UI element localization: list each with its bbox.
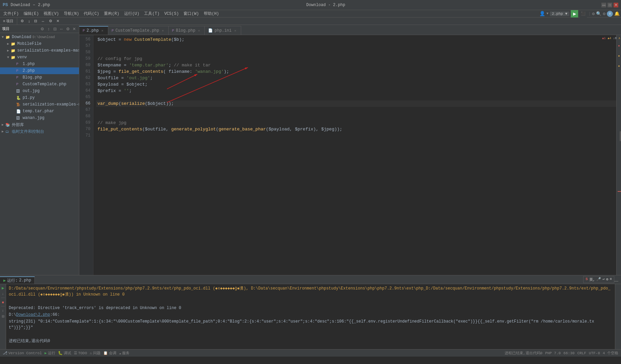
debug-button[interactable]: ⬛ — [580, 10, 587, 18]
run-scroll-btn[interactable]: ↕ — [1, 308, 5, 313]
status-indent[interactable]: 4 个空格 — [603, 351, 618, 356]
editor-area: P 2.php ✕ P CustomTemplate.php ✕ P Blog.… — [79, 25, 621, 275]
status-review[interactable]: 📋 会调 — [103, 351, 116, 356]
close-panel-btn[interactable]: ✕ — [55, 19, 61, 24]
tab-close-btn[interactable]: ✕ — [161, 29, 165, 33]
tab-close-btn[interactable]: ✕ — [233, 29, 237, 33]
run-button[interactable]: ▶ — [571, 10, 578, 18]
tree-item-zip[interactable]: 🗜 serialization-examples-master.zip — [0, 101, 79, 108]
status-services[interactable]: ☁ 服务 — [119, 351, 130, 356]
status-run[interactable]: ▶ 运行 — [45, 351, 55, 356]
status-php-label: PHP 7.0 — [545, 351, 561, 355]
sidebar-sort-btn[interactable]: ↕ — [46, 26, 51, 32]
menu-help[interactable]: 帮助(H) — [202, 10, 221, 17]
sort-btn[interactable]: ↕ — [26, 19, 32, 24]
status-php[interactable]: PHP 7.0 — [545, 351, 561, 355]
status-linecol[interactable]: 66:30 — [563, 351, 574, 355]
libs-icon: 📚 — [5, 123, 11, 127]
menu-tools[interactable]: 工具(T) — [142, 10, 162, 17]
line-56: 56 — [79, 36, 93, 43]
tab-customtemplate[interactable]: P CustomTemplate.php ✕ — [108, 26, 169, 35]
minimize-panel-btn[interactable]: — — [614, 278, 619, 284]
run-play-btn[interactable]: ▶ — [1, 285, 5, 290]
tree-item-2php[interactable]: P 2.php — [0, 67, 79, 74]
tree-root[interactable]: ▼ 📁 Download D:\Download — [0, 34, 79, 40]
sidebar-title: 项目 — [2, 26, 9, 31]
expand-btn[interactable]: ↔ — [39, 19, 47, 24]
file-icon: 📄 — [16, 109, 22, 114]
toolbar-icon-1[interactable]: ⚙ — [592, 11, 595, 17]
filter-btn[interactable]: ⊟ — [32, 19, 39, 24]
tab-blog[interactable]: P Blog.php ✕ — [169, 26, 205, 35]
output-link[interactable]: Download\2.php — [16, 312, 50, 318]
item-label: 临时文件和控制台 — [12, 129, 44, 134]
tab-close-btn[interactable]: ✕ — [101, 29, 105, 33]
sidebar-expand-btn[interactable]: ↔ — [59, 26, 64, 32]
run-right-buttons: S 英, 🎤 ↩ ⚙ ≡ — [615, 284, 621, 285]
menu-vcs[interactable]: VCS(S) — [162, 11, 181, 17]
item-label: p1.py — [23, 95, 35, 100]
scrollbar-thumb[interactable] — [620, 131, 621, 141]
close-button[interactable]: ✕ — [614, 3, 618, 7]
tree-item-wananjpg[interactable]: 🖼 wanan.jpg — [0, 115, 79, 121]
project-toggle[interactable]: ≡ 项目 — [1, 18, 15, 24]
tree-item-mobilefile[interactable]: ▶ 📁 MobileFile — [0, 40, 79, 47]
run-stop-btn[interactable]: ■ — [1, 300, 5, 304]
status-git[interactable]: ⎇ Version Control — [3, 351, 42, 356]
tree-item-blogphp[interactable]: P Blog.php — [0, 74, 79, 81]
run-filter-btn[interactable]: ⊟ — [1, 314, 5, 318]
status-encoding[interactable]: UTF-8 — [589, 351, 600, 355]
tree-item-customtemplate[interactable]: P CustomTemplate.php — [0, 81, 79, 88]
status-debug[interactable]: 🐛 调试 — [58, 351, 71, 356]
toolbar-icon-2[interactable]: 🔍 — [596, 11, 601, 17]
settings-btn[interactable]: ⚙ — [19, 19, 26, 24]
expand-icon: ▶ — [0, 129, 5, 133]
menu-run[interactable]: 运行(U) — [122, 10, 142, 17]
menu-nav[interactable]: 导航(N) — [62, 10, 81, 17]
minimize-button[interactable]: — — [601, 3, 606, 7]
output-line-blank2 — [9, 331, 612, 337]
sidebar-settings-btn[interactable]: ⚙ — [39, 26, 45, 32]
tree-item-venv[interactable]: ▼ 📁 venv — [0, 54, 79, 61]
tab-2php[interactable]: P 2.php ✕ — [79, 26, 108, 35]
tab-close-btn[interactable]: ✕ — [197, 29, 201, 33]
gear-btn[interactable]: ⚙ — [47, 19, 54, 24]
tree-external-libs[interactable]: ▶ 📚 外部库 — [0, 121, 79, 128]
sidebar-filter-btn[interactable]: ⊟ — [52, 26, 58, 32]
menu-edit[interactable]: 编辑(E) — [22, 10, 41, 17]
status-problems[interactable]: ⚠ 问题 — [90, 351, 101, 356]
code-content[interactable]: $object = new CustomTemplate($b); // con… — [93, 35, 616, 275]
php-icon: P — [16, 69, 22, 73]
maximize-button[interactable]: □ — [608, 3, 612, 7]
sidebar-close-btn[interactable]: ✕ — [72, 26, 77, 32]
php-version-selector[interactable]: 2.php ▼ — [550, 11, 569, 16]
status-problems-label: 问题 — [93, 351, 101, 356]
menu-file[interactable]: 文件(F) — [1, 10, 21, 17]
menu-window[interactable]: 窗口(W) — [181, 10, 201, 17]
status-todo[interactable]: ☰ TODO — [74, 351, 87, 355]
gutter-warn-2 — [618, 65, 620, 67]
notification-icon[interactable]: 🔔 — [614, 11, 620, 17]
run-right: S 英, 🎤 ↩ ⚙ ≡ — [615, 284, 621, 349]
status-debug-label: 调试 — [64, 351, 71, 356]
tab-phpini[interactable]: 📄 php.ini ✕ — [205, 26, 241, 35]
title-bar-controls[interactable]: — □ ✕ — [601, 3, 618, 7]
toolbar-icon-3[interactable]: ⚙ — [603, 11, 605, 17]
run-output[interactable]: D:/Data/secquan/Environment/phpstudy/Ext… — [6, 284, 615, 349]
tree-item-outjpg[interactable]: 🖼 out.jpg — [0, 88, 79, 94]
tree-item-1php[interactable]: P 1.php — [0, 61, 79, 67]
bottom-tab-run[interactable]: ▶ 运行: 2.php — [0, 276, 35, 284]
tree-item-p1py[interactable]: 🐍 p1.py — [0, 94, 79, 101]
line-65: 65 — [79, 94, 93, 100]
tree-item-phar[interactable]: 📄 temp.tar.phar — [0, 108, 79, 115]
status-crlf[interactable]: CRLF — [577, 351, 586, 355]
expand-icon: ▶ — [0, 123, 5, 127]
menu-refactor[interactable]: 重构(R) — [102, 10, 121, 17]
menu-view[interactable]: 视图(V) — [41, 10, 61, 17]
tree-temp-files[interactable]: ▶ 🗂 临时文件和控制台 — [0, 128, 79, 135]
menu-code[interactable]: 代码(C) — [82, 10, 101, 17]
run-down-btn[interactable]: ↓ — [1, 291, 5, 296]
sidebar-gear-btn[interactable]: ⚙ — [65, 26, 70, 32]
py-icon: 🐍 — [16, 96, 22, 100]
tree-item-serialization[interactable]: ▶ 📁 serialization-examples-master — [0, 47, 79, 54]
